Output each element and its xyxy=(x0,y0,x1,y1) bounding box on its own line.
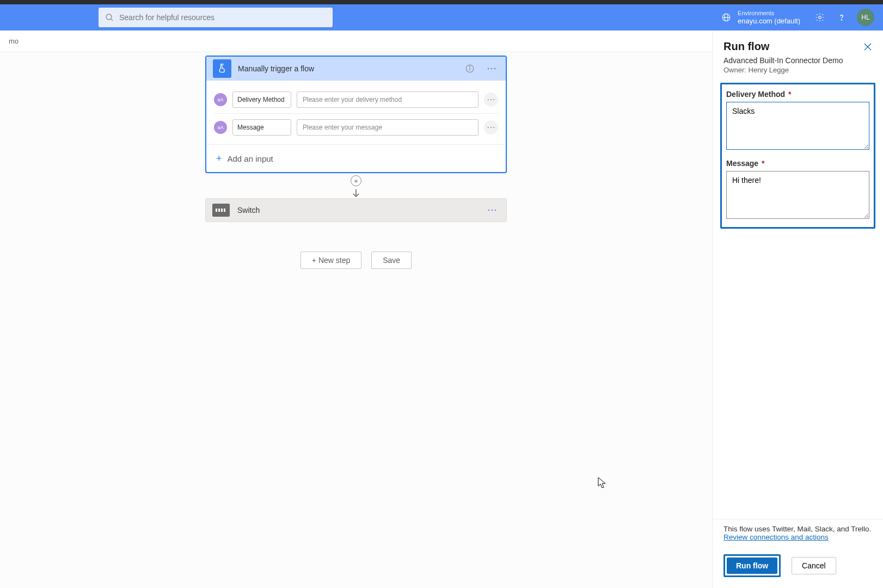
message-textarea[interactable] xyxy=(726,171,869,219)
panel-divider xyxy=(713,519,883,519)
ellipsis-icon xyxy=(488,209,496,211)
svg-point-0 xyxy=(106,14,112,20)
svg-rect-20 xyxy=(218,209,220,212)
ellipsis-icon xyxy=(487,68,496,70)
switch-menu-button[interactable] xyxy=(485,203,500,218)
plus-icon: + xyxy=(216,154,222,163)
svg-point-4 xyxy=(819,16,821,19)
globe-icon xyxy=(721,13,731,22)
panel-note-text: This flow uses Twitter, Mail, Slack, and… xyxy=(723,525,871,533)
param-type-icon: aA xyxy=(214,121,227,134)
app-header: Environments enayu.com (default) HL xyxy=(0,4,883,30)
cancel-button[interactable]: Cancel xyxy=(792,557,836,574)
svg-point-15 xyxy=(488,127,489,128)
trigger-header[interactable]: Manually trigger a flow xyxy=(206,57,506,81)
panel-note: This flow uses Twitter, Mail, Slack, and… xyxy=(713,525,883,541)
switch-icon xyxy=(212,204,230,217)
svg-point-8 xyxy=(469,66,470,67)
help-icon xyxy=(837,13,847,22)
svg-point-16 xyxy=(490,127,492,128)
svg-point-13 xyxy=(490,99,492,100)
close-icon xyxy=(864,43,872,51)
trigger-info-button[interactable] xyxy=(462,61,477,76)
settings-button[interactable] xyxy=(809,7,831,28)
trigger-title: Manually trigger a flow xyxy=(238,64,456,73)
info-icon xyxy=(465,64,475,74)
review-connections-link[interactable]: Review connections and actions xyxy=(723,533,829,541)
param-value-input[interactable]: Please enter your delivery method xyxy=(297,91,479,108)
svg-point-11 xyxy=(494,68,496,70)
search-icon xyxy=(105,13,114,22)
ellipsis-icon xyxy=(487,99,495,101)
new-step-button[interactable]: + New step xyxy=(301,252,361,269)
add-input-button[interactable]: + Add an input xyxy=(206,144,506,172)
param-value-input[interactable]: Please enter your message xyxy=(297,119,479,136)
svg-point-10 xyxy=(491,68,493,70)
trigger-menu-button[interactable] xyxy=(484,61,499,76)
param-menu-button[interactable] xyxy=(484,93,498,107)
panel-title: Run flow xyxy=(723,40,872,53)
arrow-down-icon xyxy=(351,188,361,198)
search-box[interactable] xyxy=(99,8,333,27)
ellipsis-icon xyxy=(487,126,495,128)
field-label: Delivery Method xyxy=(726,90,785,99)
connector: + xyxy=(351,173,361,198)
run-flow-button[interactable]: Run flow xyxy=(727,558,777,574)
param-type-icon: aA xyxy=(214,93,227,106)
required-mark: * xyxy=(788,90,791,99)
field-delivery-method: Delivery Method * xyxy=(726,90,869,151)
search-input[interactable] xyxy=(119,13,326,22)
save-button[interactable]: Save xyxy=(371,252,412,269)
manual-trigger-icon xyxy=(217,63,228,74)
environment-label: Environments xyxy=(738,10,800,17)
add-input-label: Add an input xyxy=(228,154,273,163)
svg-rect-22 xyxy=(224,209,225,212)
switch-step[interactable]: Switch xyxy=(205,198,507,222)
avatar[interactable]: HL xyxy=(857,9,874,26)
field-message: Message * xyxy=(726,159,869,220)
panel-subtitle: Advanced Built-In Connector Demo xyxy=(723,56,872,65)
browser-strip xyxy=(0,0,883,4)
environment-name: enayu.com (default) xyxy=(738,17,800,26)
svg-point-23 xyxy=(488,210,490,211)
svg-line-1 xyxy=(111,19,113,21)
field-label: Message xyxy=(726,159,758,168)
required-mark: * xyxy=(762,159,764,168)
delivery-method-textarea[interactable] xyxy=(726,102,869,150)
run-flow-highlight: Run flow xyxy=(723,554,781,577)
svg-rect-21 xyxy=(221,209,223,212)
switch-title: Switch xyxy=(237,206,477,215)
param-menu-button[interactable] xyxy=(484,120,498,134)
run-flow-panel: Run flow Advanced Built-In Connector Dem… xyxy=(712,30,883,588)
help-button[interactable] xyxy=(831,7,853,28)
svg-point-25 xyxy=(495,210,496,211)
svg-point-14 xyxy=(493,99,494,100)
param-row: aA Delivery Method Please enter your del… xyxy=(214,86,498,114)
trigger-icon xyxy=(213,59,231,78)
svg-point-12 xyxy=(488,99,489,100)
trigger-card[interactable]: Manually trigger a flow aA Delivery Meth… xyxy=(205,56,507,173)
gear-icon xyxy=(815,13,825,22)
panel-close-button[interactable] xyxy=(861,40,874,53)
flow-canvas: Manually trigger a flow aA Delivery Meth… xyxy=(0,52,712,588)
svg-point-5 xyxy=(841,20,842,20)
insert-step-button[interactable]: + xyxy=(351,175,361,186)
param-row: aA Message Please enter your message xyxy=(214,114,498,141)
svg-point-17 xyxy=(493,127,494,128)
svg-point-9 xyxy=(488,68,489,70)
environment-picker[interactable]: Environments enayu.com (default) xyxy=(721,10,800,26)
svg-point-24 xyxy=(492,210,493,211)
panel-fields: Delivery Method * Message * xyxy=(720,83,875,229)
panel-owner: Owner: Henry Legge xyxy=(723,66,872,74)
breadcrumb-text: mo xyxy=(9,37,19,45)
param-name-input[interactable]: Message xyxy=(232,119,291,136)
svg-rect-19 xyxy=(216,209,217,212)
param-name-input[interactable]: Delivery Method xyxy=(232,91,291,108)
